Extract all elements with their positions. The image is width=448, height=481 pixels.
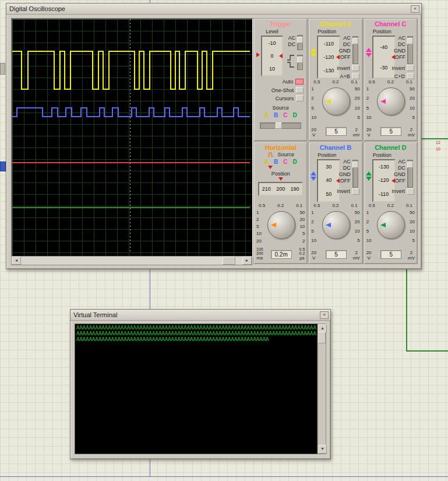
invert-label: Invert [391, 188, 405, 194]
slider-thumb[interactable] [297, 37, 303, 43]
source-channel-letters: ABCD [254, 159, 307, 165]
cursors-button[interactable] [296, 95, 304, 101]
knob-scale-label: 10 [311, 115, 316, 120]
position-label: Position [365, 152, 399, 158]
close-icon[interactable]: × [411, 5, 419, 13]
coupling-slider[interactable] [407, 36, 413, 64]
trigger-panel: Trigger Level -10010 ACDC Auto [253, 18, 308, 141]
coupling-labels: ACDCGNDOFF [394, 159, 405, 184]
knob-scale-label: 5 [357, 115, 359, 120]
coupling-labels: ACDCGNDOFF [394, 35, 405, 61]
channel-a-panel: Channel A Position -110-120-130 ACDCGNDO… [308, 18, 362, 141]
horizontal-title: Horizontal [254, 142, 307, 151]
knob-scale-label: 10 [256, 231, 262, 236]
unit-label: mV [408, 255, 415, 261]
knob-scale-label: 0.5 [259, 203, 265, 208]
knob-scale-label: 1 [256, 210, 262, 215]
slider-thumb[interactable] [407, 161, 413, 168]
knob-scale-label: 1 [311, 210, 316, 215]
unit-label: V [312, 255, 315, 261]
wire-vertical[interactable] [406, 269, 407, 352]
cursors-label: Cursors [276, 96, 294, 101]
knob-scale-label: 0.2 [277, 203, 284, 208]
scrollbar-thumb[interactable] [318, 332, 326, 343]
scroll-down-button[interactable]: ▼ [318, 445, 327, 454]
knob-scale-label: 0.2 [387, 203, 394, 208]
terminal-titlebar[interactable]: Virtual Terminal × [70, 310, 330, 321]
knob-scale-label: 20 [256, 238, 262, 244]
gain-knob[interactable] [322, 87, 350, 115]
coupling-label: DC [343, 41, 351, 48]
slider-thumb[interactable] [276, 122, 282, 129]
coupling-slider[interactable] [352, 36, 358, 64]
combine-button[interactable] [407, 73, 414, 79]
wire-horizontal-top[interactable] [421, 138, 448, 139]
gain-knob[interactable] [322, 211, 350, 239]
slider-thumb[interactable] [352, 38, 358, 44]
coupling-slider[interactable] [352, 160, 358, 188]
screen-scrollbar[interactable]: ◄ ► [11, 256, 252, 265]
slider-thumb[interactable] [297, 57, 303, 63]
gain-knob[interactable] [377, 87, 405, 115]
slider-thumb[interactable] [407, 38, 413, 44]
terminal-line: AAAAAAAAAAAAAAAAAAAAAAAAAAAAAAAAAAAAAAAA… [76, 331, 317, 336]
scrollbar-thumb[interactable] [223, 257, 235, 265]
position-tick: 30 [326, 164, 331, 170]
invert-button[interactable] [352, 65, 359, 71]
waveform-icon [267, 152, 275, 157]
horizontal-panel: Horizontal Source ABCD Position 21020019… [253, 142, 308, 265]
scroll-right-button[interactable]: ► [242, 257, 252, 265]
auto-led [295, 79, 304, 85]
coupling-label: DC [398, 41, 405, 48]
position-dial[interactable]: -130-120-110 [372, 159, 396, 202]
unit-label: mV [353, 255, 360, 261]
knob-scale-label: 2 [256, 217, 262, 222]
knob-scale-label: 20 [311, 250, 316, 255]
invert-label: Invert [391, 65, 405, 71]
one-shot-button[interactable] [296, 87, 304, 93]
knob-scale-label: 5 [366, 106, 372, 111]
position-arrows[interactable] [311, 48, 316, 57]
combine-button[interactable] [352, 73, 359, 79]
position-dial[interactable]: 304050 [317, 159, 340, 202]
coupling-slider[interactable] [407, 160, 413, 188]
gain-knob[interactable] [377, 211, 405, 239]
invert-button[interactable] [352, 188, 359, 195]
knob-scale-label: 10 [410, 106, 415, 111]
terminal-scrollbar[interactable]: ▲ ▼ [318, 324, 326, 454]
position-arrows[interactable] [311, 171, 316, 181]
wire-horizontal[interactable] [406, 350, 448, 352]
trigger-edge-slider[interactable] [297, 55, 303, 70]
knob-scale-label: 100 [256, 247, 263, 251]
coupling-label: GND [339, 48, 351, 54]
invert-button[interactable] [407, 188, 414, 195]
trigger-coupling-slider[interactable] [297, 35, 303, 50]
oscilloscope-screen [11, 18, 253, 257]
window-title: Digital Oscilloscope [9, 5, 65, 12]
invert-button[interactable] [407, 65, 414, 71]
position-dial[interactable]: -110-120-130 [317, 36, 340, 79]
channel-title: Channel B [309, 142, 362, 151]
trigger-level-dial[interactable]: -10010 [261, 36, 283, 76]
close-icon[interactable]: × [320, 311, 329, 319]
oscilloscope-titlebar[interactable]: Digital Oscilloscope × [6, 3, 421, 15]
gain-value: 5 [326, 250, 347, 259]
knob-pointer-icon [326, 223, 331, 227]
drum-value: 190 [291, 186, 299, 192]
position-drum[interactable]: 210200190 [258, 182, 303, 196]
knob-scale-label: 0.1 [406, 79, 412, 85]
knob-scale-label: 10 [311, 238, 316, 243]
position-arrows[interactable] [366, 48, 372, 57]
position-dial[interactable]: -40-30 [372, 36, 396, 79]
slider-thumb[interactable] [352, 161, 358, 168]
knob-scale-label: 0.5 [369, 79, 375, 85]
position-arrows[interactable] [366, 171, 372, 181]
timebase-knob[interactable] [267, 211, 295, 239]
arrow-up-icon [311, 48, 316, 52]
position-tick: -40 [380, 44, 387, 50]
level-tick: -10 [268, 40, 276, 46]
scroll-left-button[interactable]: ◄ [12, 257, 21, 265]
trigger-source-slider[interactable] [260, 122, 301, 129]
knob-scale-label: 2 [302, 238, 305, 244]
scrollbar-track[interactable] [21, 257, 242, 265]
